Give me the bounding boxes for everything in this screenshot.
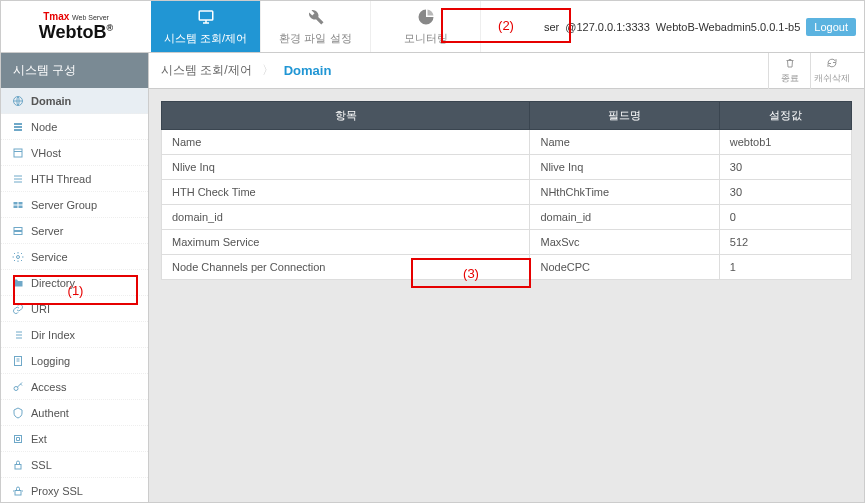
globe-icon — [11, 94, 24, 107]
svg-rect-21 — [15, 464, 21, 469]
logo: Tmax Web Server WebtoB® — [1, 1, 151, 52]
sidebar-item-vhost[interactable]: VHost — [1, 140, 148, 166]
chevron-right-icon: 〉 — [262, 62, 274, 79]
sidebar-item-access[interactable]: Access — [1, 374, 148, 400]
sidebar-item-label: URI — [31, 303, 50, 315]
table-cell: 512 — [719, 230, 851, 255]
sidebar-item-ext[interactable]: Ext — [1, 426, 148, 452]
svg-point-19 — [14, 386, 18, 390]
sidebar-item-directory[interactable]: Directory — [1, 270, 148, 296]
nav-tab-system[interactable]: 시스템 조회/제어 — [151, 1, 261, 52]
table-row: Nlive InqNlive Inq30 — [162, 155, 852, 180]
logo-main: WebtoB — [39, 22, 107, 42]
svg-rect-22 — [15, 490, 21, 495]
sidebar-item-label: Node — [31, 121, 57, 133]
breadcrumb: 시스템 조회/제어 〉 Domain 종료 캐쉬삭제 — [149, 53, 864, 89]
action-label: 종료 — [781, 72, 799, 85]
top-header: Tmax Web Server WebtoB® 시스템 조회/제어 환경 파일 … — [1, 1, 864, 53]
sidebar-item-label: Access — [31, 381, 66, 393]
svg-rect-6 — [14, 129, 22, 131]
sidebar-item-ssl[interactable]: SSL — [1, 452, 148, 478]
cache-clear-button[interactable]: 캐쉬삭제 — [810, 53, 852, 89]
sidebar-item-authent[interactable]: Authent — [1, 400, 148, 426]
table-header-row: 항목 필드명 설정값 — [162, 102, 852, 130]
host-text: @127.0.0.1:3333 — [565, 21, 650, 33]
svg-rect-11 — [13, 205, 17, 208]
table-cell: webtob1 — [719, 130, 851, 155]
header-right: ser @127.0.0.1:3333 WebtoB-Webadmin5.0.0… — [544, 1, 864, 52]
svg-rect-0 — [199, 11, 213, 20]
table-cell: domain_id — [530, 205, 719, 230]
thread-icon — [11, 172, 24, 185]
vhost-icon — [11, 146, 24, 159]
group-icon — [11, 198, 24, 211]
sidebar-item-label: Server Group — [31, 199, 97, 211]
svg-rect-20 — [14, 435, 21, 442]
proxy-icon — [11, 484, 24, 497]
sidebar-item-dirindex[interactable]: Dir Index — [1, 322, 148, 348]
table-cell: 0 — [719, 205, 851, 230]
sidebar-item-logging[interactable]: Logging — [1, 348, 148, 374]
sidebar-item-label: Directory — [31, 277, 75, 289]
sidebar-item-servergroup[interactable]: Server Group — [1, 192, 148, 218]
svg-rect-10 — [18, 202, 22, 205]
table-header: 필드명 — [530, 102, 719, 130]
table-cell: MaxSvc — [530, 230, 719, 255]
trash-icon — [784, 57, 796, 71]
logout-button[interactable]: Logout — [806, 18, 856, 36]
link-icon — [11, 302, 24, 315]
sidebar-item-label: Logging — [31, 355, 70, 367]
svg-rect-9 — [13, 202, 17, 205]
shutdown-button[interactable]: 종료 — [768, 53, 810, 89]
user-prefix: ser — [544, 21, 559, 33]
main-area: 시스템 조회/제어 〉 Domain 종료 캐쉬삭제 — [149, 53, 864, 502]
refresh-icon — [826, 57, 838, 71]
domain-table: 항목 필드명 설정값 NameNamewebtob1 Nlive InqNliv… — [161, 101, 852, 280]
node-icon — [11, 120, 24, 133]
sidebar-item-server[interactable]: Server — [1, 218, 148, 244]
gear-icon — [11, 250, 24, 263]
sidebar-item-label: Proxy SSL — [31, 485, 83, 497]
sidebar-item-uri[interactable]: URI — [1, 296, 148, 322]
table-row: Maximum ServiceMaxSvc512 — [162, 230, 852, 255]
table-cell: Nlive Inq — [530, 155, 719, 180]
sidebar-item-label: Dir Index — [31, 329, 75, 341]
sidebar-item-hth[interactable]: HTH Thread — [1, 166, 148, 192]
breadcrumb-current: Domain — [284, 63, 332, 78]
version-text: WebtoB-Webadmin5.0.0.1-b5 — [656, 21, 801, 33]
svg-rect-14 — [14, 231, 22, 234]
table-cell: NodeCPC — [530, 255, 719, 280]
nav-tab-monitoring[interactable]: 모니터링 — [371, 1, 481, 52]
nav-tab-label: 환경 파일 설정 — [279, 31, 351, 46]
sidebar-item-proxyssl[interactable]: Proxy SSL — [1, 478, 148, 502]
logo-sub: Web Server — [72, 14, 109, 21]
log-icon — [11, 354, 24, 367]
svg-rect-5 — [14, 126, 22, 128]
chart-icon — [417, 8, 435, 28]
table-cell: Name — [162, 130, 530, 155]
nav-tab-label: 시스템 조회/제어 — [164, 31, 247, 46]
nav-tab-label: 모니터링 — [404, 31, 448, 46]
wrench-icon — [307, 8, 325, 28]
server-icon — [11, 224, 24, 237]
table-cell: 30 — [719, 180, 851, 205]
sidebar-item-label: HTH Thread — [31, 173, 91, 185]
lock-icon — [11, 458, 24, 471]
table-cell: HTH Check Time — [162, 180, 530, 205]
sidebar-title: 시스템 구성 — [1, 53, 148, 88]
table-header: 항목 — [162, 102, 530, 130]
sidebar-item-label: VHost — [31, 147, 61, 159]
nav-tab-config[interactable]: 환경 파일 설정 — [261, 1, 371, 52]
logo-brand: Tmax — [43, 11, 69, 22]
sidebar: 시스템 구성 Domain Node VHost HTH Thread Serv… — [1, 53, 149, 502]
sidebar-item-node[interactable]: Node — [1, 114, 148, 140]
breadcrumb-parent[interactable]: 시스템 조회/제어 — [161, 62, 252, 79]
table-header: 설정값 — [719, 102, 851, 130]
nav-tabs: 시스템 조회/제어 환경 파일 설정 모니터링 — [151, 1, 481, 52]
sidebar-item-domain[interactable]: Domain — [1, 88, 148, 114]
sidebar-item-service[interactable]: Service — [1, 244, 148, 270]
table-cell: domain_id — [162, 205, 530, 230]
key-icon — [11, 380, 24, 393]
table-cell: Nlive Inq — [162, 155, 530, 180]
sidebar-item-label: Ext — [31, 433, 47, 445]
